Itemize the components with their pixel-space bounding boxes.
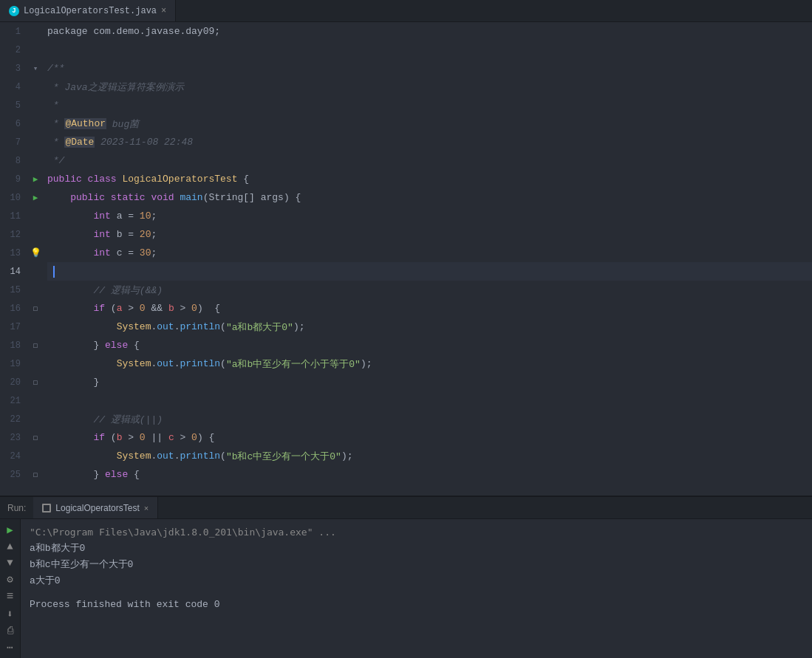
code-line: if (a > 0 && b > 0) { <box>47 299 812 318</box>
token-var: a <box>117 303 123 314</box>
save-output-button[interactable]: ⬇ <box>3 608 18 620</box>
line-number: 8 <box>0 156 27 166</box>
token-cls: System <box>117 450 151 462</box>
token-var: c <box>168 432 174 443</box>
tab-bar: J LogicalOperatorsTest.java × <box>0 0 812 22</box>
token-cmt: * <box>47 137 64 148</box>
token-plain: { <box>128 340 140 351</box>
gutter-icons: 💡 <box>27 247 44 258</box>
token-ann: @Date <box>64 137 95 148</box>
token-plain: { <box>237 174 249 185</box>
print-button[interactable]: ⎙ <box>3 625 18 637</box>
line-number: 10 <box>0 193 27 203</box>
token-kw-type: int <box>93 229 110 240</box>
token-plain: . <box>151 358 157 369</box>
line-number: 11 <box>0 211 27 222</box>
token-cmt: * <box>47 118 64 129</box>
fold-icon[interactable]: ◻ <box>33 304 38 313</box>
code-line: // 逻辑或(||) <box>47 410 812 428</box>
run-panel: Run: LogicalOperatorsTest × ▶ ▲ ▼ ⚙ ≡ ⬇ … <box>0 496 812 658</box>
more-button[interactable]: ⋯ <box>3 641 18 654</box>
output-content: "C:\Program Files\Java\jdk1.8.0_201\bin\… <box>21 519 812 658</box>
line-number: 4 <box>0 82 27 92</box>
scroll-up-button[interactable]: ▲ <box>3 541 18 552</box>
scroll-down-button[interactable]: ▼ <box>3 557 18 569</box>
token-kw-type: int <box>93 247 110 258</box>
fold-icon[interactable]: ◻ <box>33 340 38 350</box>
code-line: } else { <box>47 465 812 484</box>
text-cursor <box>53 266 55 278</box>
settings-button[interactable]: ⚙ <box>3 573 18 586</box>
line-number: 5 <box>0 100 27 111</box>
token-str: "a和b中至少有一个小于等于0" <box>226 357 361 371</box>
line-number: 14 <box>0 267 27 277</box>
code-line: } <box>47 373 812 391</box>
code-line: System.out.println("a和b中至少有一个小于等于0"); <box>47 354 812 373</box>
lightbulb-icon[interactable]: 💡 <box>30 247 41 258</box>
code-line: */ <box>47 151 812 170</box>
gutter-row: 11 <box>0 207 44 225</box>
token-plain <box>47 414 93 425</box>
gutter-row: 2 <box>0 41 44 59</box>
gutter-icons: ▾ <box>27 64 44 73</box>
token-plain: ); <box>361 358 372 369</box>
gutter-row: 12 <box>0 225 44 244</box>
token-cmt: * Java之逻辑运算符案例演示 <box>47 80 184 94</box>
token-plain: ; <box>151 229 157 240</box>
gutter-row: 23◻ <box>0 428 44 447</box>
java-file-icon: J <box>9 6 19 16</box>
token-kw: public class <box>47 174 122 185</box>
run-tab-icon <box>42 504 51 513</box>
token-method: out <box>157 450 174 462</box>
run-tab-close[interactable]: × <box>144 504 149 513</box>
line-number: 16 <box>0 304 27 314</box>
run-tab[interactable]: LogicalOperatorsTest × <box>33 497 158 518</box>
run-tab-bar: Run: LogicalOperatorsTest × <box>0 497 812 519</box>
token-method: out <box>157 321 174 332</box>
line-gutter: 123▾456789▶10▶111213💡141516◻1718◻1920◻21… <box>0 22 44 496</box>
gutter-icons: ▶ <box>27 174 44 184</box>
token-cmt: bug菌 <box>106 117 139 131</box>
run-button[interactable]: ▶ <box>3 524 18 536</box>
code-line: } else { <box>47 336 812 354</box>
align-button[interactable]: ≡ <box>3 590 18 603</box>
token-plain: || <box>146 432 168 443</box>
output-line <box>30 589 803 596</box>
token-plain: ) { <box>197 432 214 443</box>
token-plain: > <box>122 432 139 443</box>
token-plain: ( <box>105 432 117 443</box>
line-number: 6 <box>0 119 27 129</box>
run-marker-icon[interactable]: ▶ <box>33 193 38 202</box>
output-line: "C:\Program Files\Java\jdk1.8.0_201\bin\… <box>30 524 803 540</box>
tab-close-button[interactable]: × <box>161 6 166 16</box>
token-plain <box>47 247 93 258</box>
editor-tab[interactable]: J LogicalOperatorsTest.java × <box>0 0 176 21</box>
line-number: 25 <box>0 470 27 480</box>
token-method: println <box>180 321 220 332</box>
gutter-row: 22 <box>0 410 44 428</box>
code-content[interactable]: package com.demo.javase.day09; /** * Jav… <box>44 22 812 496</box>
fold-icon[interactable]: ▾ <box>33 64 38 73</box>
fold-icon[interactable]: ◻ <box>33 377 38 387</box>
code-line: * @Date 2023-11-08 22:48 <box>47 133 812 151</box>
run-tab-name: LogicalOperatorsTest <box>55 503 139 513</box>
token-plain: . <box>151 450 157 462</box>
code-line: int b = 20; <box>47 225 812 244</box>
gutter-row: 24 <box>0 447 44 465</box>
token-plain: . <box>151 321 157 332</box>
fold-icon[interactable]: ◻ <box>33 433 38 442</box>
token-var: b <box>168 303 174 314</box>
token-plain: ( <box>220 358 226 369</box>
token-ann: @Author <box>64 118 106 129</box>
token-kw-type: int <box>93 210 110 222</box>
gutter-row: 16◻ <box>0 299 44 318</box>
run-marker-icon[interactable]: ▶ <box>33 174 38 184</box>
gutter-row: 4 <box>0 78 44 96</box>
gutter-row: 20◻ <box>0 373 44 391</box>
fold-icon[interactable]: ◻ <box>33 470 38 479</box>
token-plain: . <box>174 450 180 462</box>
token-str: "a和b都大于0" <box>226 321 293 334</box>
token-kw: else <box>105 340 128 351</box>
token-cls: System <box>117 321 151 332</box>
token-plain: a = <box>111 210 140 222</box>
